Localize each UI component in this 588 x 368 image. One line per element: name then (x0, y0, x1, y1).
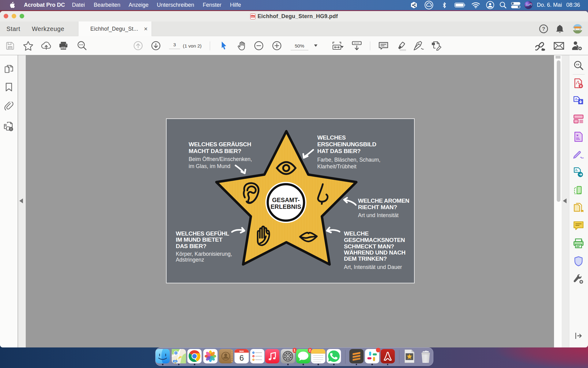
svg-text:WELCHE: WELCHE (344, 230, 369, 237)
svg-text:WÄHREND UND NACH: WÄHREND UND NACH (344, 249, 405, 256)
svg-text:WELCHES GEFÜHL: WELCHES GEFÜHL (176, 230, 229, 237)
svg-text:IM MUND BIETET: IM MUND BIETET (176, 236, 223, 243)
svg-text:WELCHES GERÄUSCH: WELCHES GERÄUSCH (189, 141, 251, 148)
svg-text:Klarheit/Trübheit: Klarheit/Trübheit (317, 163, 356, 170)
svg-text:ERLEBNIS: ERLEBNIS (270, 203, 301, 210)
svg-text:SCHMECKT MAN?: SCHMECKT MAN? (344, 243, 394, 250)
svg-text:HAT DAS BIER?: HAT DAS BIER? (317, 148, 360, 154)
svg-text:MAI: MAI (239, 350, 244, 353)
svg-text:Beim Öffnen/Einschenken,: Beim Öffnen/Einschenken, (189, 156, 252, 162)
svg-text:Art und Intensität: Art und Intensität (358, 212, 398, 218)
svg-text:MACHT DAS BIER?: MACHT DAS BIER? (189, 148, 241, 154)
svg-text:Art, Intensität und Dauer: Art, Intensität und Dauer (344, 264, 402, 270)
svg-text:WELCHE AROMEN: WELCHE AROMEN (358, 197, 409, 204)
svg-text:im Glas, im Mund: im Glas, im Mund (189, 163, 230, 169)
svg-text:PDF: PDF (251, 15, 255, 17)
svg-text:360: 360 (174, 360, 176, 362)
svg-text:DEM TRINKEN?: DEM TRINKEN? (344, 255, 387, 262)
svg-text:DAS BIER?: DAS BIER? (176, 243, 206, 249)
svg-text:WELCHES: WELCHES (317, 134, 346, 141)
svg-text:Adstringenz: Adstringenz (176, 257, 204, 263)
svg-text:6: 6 (239, 353, 244, 362)
svg-text:Farbe, Bläschen, Schaum,: Farbe, Bläschen, Schaum, (317, 157, 380, 163)
svg-text:RIECHT MAN?: RIECHT MAN? (358, 204, 397, 210)
svg-text:GESAMT-: GESAMT- (272, 197, 300, 203)
svg-text:ERSCHEINUNGSBILD: ERSCHEINUNGSBILD (317, 141, 376, 148)
svg-text:Körper, Karbonisierung,: Körper, Karbonisierung, (176, 251, 232, 257)
svg-text:?: ? (542, 26, 545, 32)
svg-text:GESCHMACKSNOTEN: GESCHMACKSNOTEN (344, 237, 405, 243)
